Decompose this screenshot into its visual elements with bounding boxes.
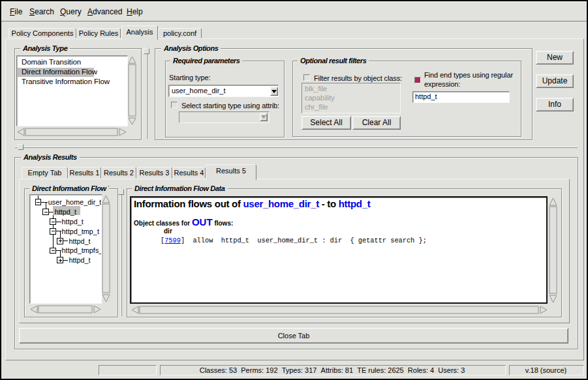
svg-text:httpd_t: httpd_t <box>69 256 90 264</box>
svg-text:httpd_t: httpd_t <box>62 218 84 226</box>
svg-text:httpd_t: httpd_t <box>55 208 76 216</box>
svg-text:user_home_dir_t: user_home_dir_t <box>48 198 101 206</box>
svg-text:httpd_tmp_t: httpd_tmp_t <box>62 227 99 235</box>
svg-text:httpd_t: httpd_t <box>69 237 90 245</box>
svg-text:httpd_tmpfs_: httpd_tmpfs_ <box>62 246 101 254</box>
